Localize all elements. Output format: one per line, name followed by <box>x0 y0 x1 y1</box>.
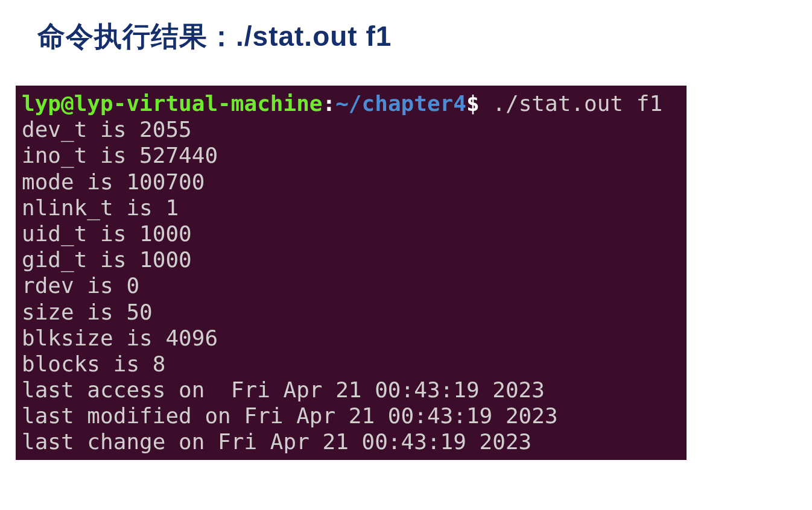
terminal-output-line: nlink_t is 1 <box>22 195 687 221</box>
terminal-output-line: last access on Fri Apr 21 00:43:19 2023 <box>22 377 687 403</box>
terminal-output-line: blocks is 8 <box>22 351 687 377</box>
heading-command: ./stat.out f1 <box>236 20 392 52</box>
terminal-prompt-line: lyp@lyp-virtual-machine:~/chapter4$ ./st… <box>22 90 687 116</box>
prompt-dollar: $ <box>466 91 480 116</box>
terminal-window: lyp@lyp-virtual-machine:~/chapter4$ ./st… <box>16 86 687 460</box>
terminal-output-line: rdev is 0 <box>22 272 687 298</box>
prompt-path: ~/chapter4 <box>335 91 466 116</box>
terminal-output-line: ino_t is 527440 <box>22 142 687 168</box>
terminal-output-line: dev_t is 2055 <box>22 116 687 142</box>
terminal-output-line: last change on Fri Apr 21 00:43:19 2023 <box>22 429 687 455</box>
terminal-output-line: blksize is 4096 <box>22 325 687 351</box>
terminal-output-line: gid_t is 1000 <box>22 247 687 272</box>
prompt-command: ./stat.out f1 <box>480 91 662 116</box>
terminal-output-line: uid_t is 1000 <box>22 221 687 247</box>
page-heading: 命令执行结果：./stat.out f1 <box>37 18 812 55</box>
prompt-colon: : <box>323 91 336 116</box>
terminal-output-line: mode is 100700 <box>22 169 687 195</box>
terminal-output-line: last modified on Fri Apr 21 00:43:19 202… <box>22 403 687 429</box>
prompt-user-host: lyp@lyp-virtual-machine <box>22 91 323 116</box>
terminal-output-line: size is 50 <box>22 299 687 325</box>
heading-label: 命令执行结果： <box>37 20 236 52</box>
